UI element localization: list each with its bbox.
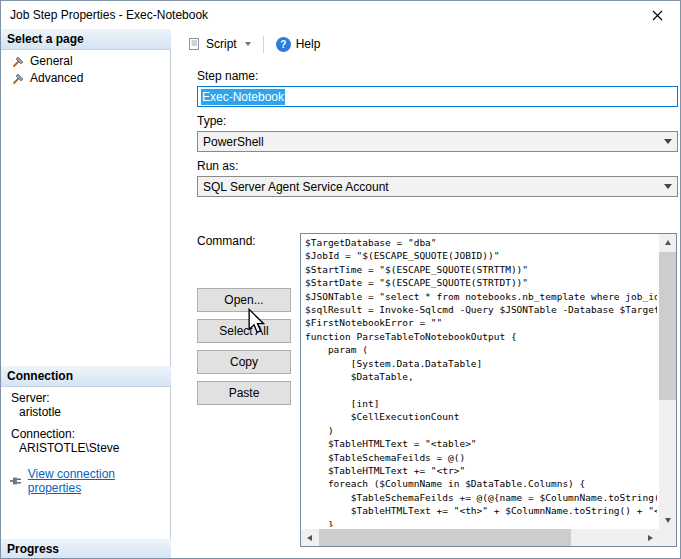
server-label: Server:	[11, 391, 50, 405]
step-name-input[interactable]: Exec-Notebook	[197, 86, 678, 107]
copy-button[interactable]: Copy	[197, 350, 291, 374]
sidebar: Select a page General Advanced Connectio…	[1, 29, 171, 558]
view-connection-properties-label: View connection properties	[28, 467, 170, 495]
select-all-button[interactable]: Select All	[197, 319, 291, 343]
properties-page-icon	[12, 72, 25, 85]
type-dropdown-button[interactable]	[658, 132, 677, 151]
run-as-dropdown-button[interactable]	[658, 177, 677, 196]
sidebar-item-label: Advanced	[30, 71, 83, 85]
run-as-select[interactable]: SQL Server Agent Service Account	[197, 176, 678, 197]
scrollbar-corner	[659, 529, 676, 546]
script-icon	[187, 37, 201, 51]
command-label: Command:	[197, 234, 256, 248]
triangle-left-icon	[307, 535, 312, 541]
progress-header: Progress	[1, 539, 171, 559]
close-button[interactable]	[635, 1, 680, 29]
chevron-down-icon	[664, 139, 672, 144]
chevron-down-icon	[664, 184, 672, 189]
script-button-label: Script	[206, 37, 237, 51]
open-button[interactable]: Open...	[197, 288, 291, 312]
main-panel: Script ? Help Step name: Exec-Notebook T…	[172, 29, 680, 558]
toolbar: Script ? Help	[172, 29, 680, 59]
script-button[interactable]: Script	[180, 32, 258, 56]
help-icon: ?	[276, 37, 291, 52]
properties-page-icon	[12, 55, 25, 68]
connection-header: Connection	[1, 366, 171, 387]
connection-label: Connection:	[11, 427, 75, 441]
close-icon	[652, 10, 663, 21]
server-value: aristotle	[19, 405, 61, 419]
command-text[interactable]: $TargetDatabase = "dba" $JobId = "$(ESCA…	[305, 236, 657, 527]
sidebar-item-general[interactable]: General	[12, 53, 73, 69]
sidebar-item-label: General	[30, 54, 73, 68]
window-title: Job Step Properties - Exec-Notebook	[1, 8, 208, 22]
step-name-label: Step name:	[197, 69, 258, 83]
scroll-down-button[interactable]	[659, 512, 676, 529]
titlebar[interactable]: Job Step Properties - Exec-Notebook	[1, 1, 680, 29]
help-button[interactable]: ? Help	[269, 32, 328, 57]
command-editor[interactable]: $TargetDatabase = "dba" $JobId = "$(ESCA…	[300, 233, 677, 547]
step-name-value: Exec-Notebook	[201, 89, 285, 105]
type-label: Type:	[197, 114, 226, 128]
chevron-down-icon	[245, 42, 251, 46]
scroll-left-button[interactable]	[301, 529, 318, 546]
type-select[interactable]: PowerShell	[197, 131, 678, 152]
scroll-up-button[interactable]	[659, 234, 676, 251]
vertical-scroll-thumb[interactable]	[659, 252, 676, 400]
connection-properties-icon	[9, 475, 23, 487]
triangle-up-icon	[665, 240, 671, 245]
type-selected-value: PowerShell	[203, 135, 264, 149]
toolbar-separator	[263, 36, 264, 53]
horizontal-scrollbar[interactable]	[301, 529, 659, 546]
select-a-page-header: Select a page	[1, 29, 171, 50]
triangle-right-icon	[648, 535, 653, 541]
connection-value: ARISTOTLE\Steve	[19, 441, 119, 455]
triangle-down-icon	[665, 518, 671, 523]
run-as-label: Run as:	[197, 159, 238, 173]
paste-button[interactable]: Paste	[197, 381, 291, 405]
run-as-selected-value: SQL Server Agent Service Account	[203, 180, 389, 194]
scroll-right-button[interactable]	[642, 529, 659, 546]
sidebar-item-advanced[interactable]: Advanced	[12, 70, 83, 86]
view-connection-properties-link[interactable]: View connection properties	[9, 467, 170, 495]
vertical-scrollbar[interactable]	[659, 234, 676, 529]
horizontal-scroll-thumb[interactable]	[319, 529, 571, 546]
help-button-label: Help	[296, 37, 321, 51]
job-step-properties-window: Job Step Properties - Exec-Notebook Sele…	[0, 0, 681, 559]
